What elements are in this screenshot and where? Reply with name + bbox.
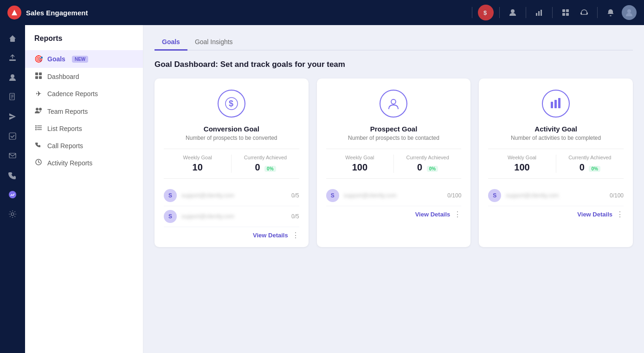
prospect-goal-stats: Weekly Goal 100 Currently Achieved 0 0% xyxy=(326,149,462,179)
app-logo xyxy=(7,6,21,20)
prospect-goal-card: Prospect Goal Number of prospects to be … xyxy=(317,78,471,247)
rail-email-icon[interactable] xyxy=(4,147,21,164)
nav-sep-5 xyxy=(597,7,598,18)
rail-task-icon[interactable] xyxy=(4,127,21,145)
svg-rect-9 xyxy=(566,13,569,16)
prospect-user-email-1: support@cliently.com xyxy=(344,192,443,199)
rail-user-icon[interactable] xyxy=(4,69,21,86)
activity-view-details[interactable]: View Details xyxy=(577,211,612,218)
sidebar-item-call[interactable]: Call Reports xyxy=(25,137,143,154)
conversion-more-icon[interactable]: ⋮ xyxy=(292,231,299,240)
conversion-user-avatar-1: S xyxy=(164,189,177,202)
prospect-card-footer: View Details ⋮ xyxy=(326,206,462,219)
activity-goal-icon xyxy=(542,90,570,118)
activity-weekly-label: Weekly Goal xyxy=(488,155,555,160)
svg-marker-0 xyxy=(12,10,17,15)
activity-more-icon[interactable]: ⋮ xyxy=(616,210,624,219)
goal-cards-grid: $ Conversion Goal Number of prospects to… xyxy=(155,78,633,247)
svg-point-38 xyxy=(391,99,396,104)
rail-phone-icon[interactable] xyxy=(4,166,21,184)
rail-settings-icon[interactable] xyxy=(4,205,21,223)
activity-achieved: Currently Achieved 0 0% xyxy=(556,155,624,173)
tabs-container: Goals Goal Insights xyxy=(155,34,633,51)
activity-card-footer: View Details ⋮ xyxy=(488,206,624,219)
svg-point-15 xyxy=(11,74,14,78)
sidebar-item-list[interactable]: List Reports xyxy=(25,120,143,137)
sidebar-item-goals[interactable]: 🎯 Goals NEW xyxy=(25,50,143,68)
sidebar-title: Reports xyxy=(25,34,143,50)
prospect-achieved: Currently Achieved 0 0% xyxy=(393,155,461,173)
conversion-user-avatar-2: S xyxy=(164,210,177,223)
conversion-card-footer: View Details ⋮ xyxy=(164,227,299,240)
headset-icon-btn[interactable] xyxy=(577,5,592,20)
svg-point-35 xyxy=(35,129,37,131)
sidebar-item-dashboard[interactable]: Dashboard xyxy=(25,68,143,85)
goals-badge: NEW xyxy=(72,56,88,63)
content-area: Goals Goal Insights Goal Dashboard: Set … xyxy=(143,25,644,353)
brand: Sales Engagement xyxy=(7,6,133,20)
conversion-weekly-goal: Weekly Goal 10 xyxy=(164,155,231,173)
svg-point-34 xyxy=(35,127,37,129)
user-icon-btn[interactable] xyxy=(505,5,520,20)
svg-rect-5 xyxy=(541,10,542,16)
activity-user-avatar-1: S xyxy=(488,189,501,202)
conversion-weekly-value: 10 xyxy=(164,162,231,173)
svg-point-33 xyxy=(35,125,37,127)
prospect-more-icon[interactable]: ⋮ xyxy=(454,210,461,219)
nav-sep-3 xyxy=(526,7,526,18)
rail-send-icon[interactable] xyxy=(4,108,21,125)
notification-icon-btn[interactable] xyxy=(603,5,618,20)
tab-goal-insights[interactable]: Goal Insights xyxy=(187,34,240,51)
prospect-weekly-goal: Weekly Goal 100 xyxy=(326,155,393,173)
tab-goals[interactable]: Goals xyxy=(155,34,187,51)
conversion-user-row-1: S support@cliently.com 0/5 xyxy=(164,185,299,206)
sidebar-item-team[interactable]: Team Reports xyxy=(25,103,143,120)
svg-rect-40 xyxy=(554,100,557,108)
conversion-achieved: Currently Achieved 0 0% xyxy=(231,155,299,173)
dollar-icon-btn[interactable]: $ xyxy=(478,5,494,20)
svg-point-28 xyxy=(36,108,39,111)
rail-analytics-icon[interactable] xyxy=(4,186,21,203)
prospect-view-details[interactable]: View Details xyxy=(415,211,451,218)
main-layout: Reports 🎯 Goals NEW Dashboard ✈ Cadence … xyxy=(0,25,644,353)
svg-rect-39 xyxy=(551,102,553,108)
sidebar-goals-label: Goals xyxy=(47,55,65,63)
chart-icon-btn[interactable] xyxy=(532,5,547,20)
conversion-goal-icon: $ xyxy=(218,90,245,118)
svg-rect-7 xyxy=(566,9,569,12)
svg-text:$: $ xyxy=(483,9,487,16)
sidebar-item-cadence[interactable]: ✈ Cadence Reports xyxy=(25,85,143,103)
svg-rect-20 xyxy=(9,133,16,139)
call-icon xyxy=(34,142,43,150)
grid-icon-btn[interactable] xyxy=(558,5,573,20)
svg-rect-25 xyxy=(39,72,42,75)
prospect-user-progress-1: 0/100 xyxy=(447,192,461,199)
prospect-goal-title: Prospect Goal xyxy=(326,125,462,133)
conversion-user-progress-2: 0/5 xyxy=(291,213,299,220)
user-avatar[interactable] xyxy=(622,5,637,20)
rail-home-icon[interactable] xyxy=(4,30,21,47)
svg-point-29 xyxy=(39,108,42,111)
activity-user-progress-1: 0/100 xyxy=(610,192,624,199)
conversion-view-details[interactable]: View Details xyxy=(253,232,288,239)
prospect-achieved-label: Currently Achieved xyxy=(394,155,461,160)
page-title: Goal Dashboard: Set and track goals for … xyxy=(155,60,633,69)
conversion-weekly-label: Weekly Goal xyxy=(164,155,231,160)
svg-rect-24 xyxy=(35,72,38,75)
activity-user-email-1: support@cliently.com xyxy=(506,192,605,199)
rail-docs-icon[interactable] xyxy=(4,88,21,106)
activity-goal-subtitle: Number of activities to be completed xyxy=(488,135,624,141)
activity-achieved-value: 0 0% xyxy=(556,162,624,173)
goals-icon: 🎯 xyxy=(34,55,43,63)
sidebar-item-activity[interactable]: Activity Reports xyxy=(25,154,143,171)
sidebar-dashboard-label: Dashboard xyxy=(47,73,79,80)
activity-goal-title: Activity Goal xyxy=(488,125,624,133)
svg-rect-10 xyxy=(580,13,582,14)
activity-achieved-label: Currently Achieved xyxy=(556,155,624,160)
rail-upload-icon[interactable] xyxy=(4,49,21,67)
prospect-weekly-label: Weekly Goal xyxy=(326,155,393,160)
conversion-achieved-value: 0 0% xyxy=(232,162,299,173)
conversion-pct-badge: 0% xyxy=(264,166,276,172)
conversion-goal-subtitle: Number of prospects to be converted xyxy=(164,135,299,141)
conversion-user-email-2: support@cliently.com xyxy=(181,213,287,220)
